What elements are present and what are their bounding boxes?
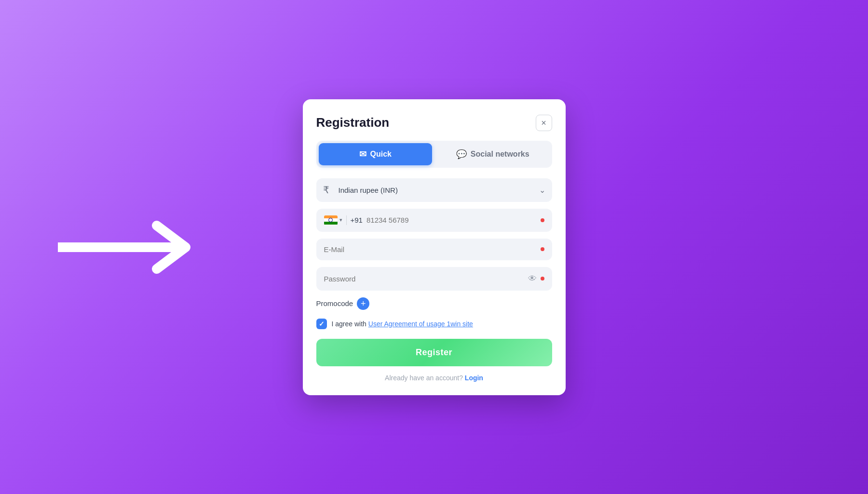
promocode-label: Promocode [316, 299, 353, 307]
phone-field-group: ▾ +91 [316, 209, 552, 232]
login-row: Already have an account? Login [316, 374, 552, 382]
password-field: 👁 [316, 267, 552, 291]
email-field [316, 239, 552, 260]
checkmark-icon: ✓ [319, 320, 325, 328]
currency-field-group: ₹ Indian rupee (INR) US Dollar (USD) Eur… [316, 178, 552, 202]
social-tab-label: Social networks [471, 150, 529, 159]
password-field-group: 👁 [316, 267, 552, 291]
email-input[interactable] [324, 245, 537, 254]
registration-tabs: ✉ Quick 💬 Social networks [316, 141, 552, 168]
registration-modal: Registration × ✉ Quick 💬 Social networks… [303, 99, 566, 395]
currency-select[interactable]: Indian rupee (INR) US Dollar (USD) Euro … [316, 178, 552, 202]
close-icon: × [541, 119, 546, 127]
password-visibility-toggle-icon[interactable]: 👁 [528, 274, 537, 284]
arrow-decoration [58, 216, 212, 279]
country-code: +91 [351, 216, 363, 224]
arrow-icon [58, 216, 212, 279]
agreement-text: I agree with User Agreement of usage 1wi… [332, 320, 473, 328]
close-button[interactable]: × [536, 115, 552, 131]
modal-title: Registration [316, 115, 390, 130]
india-flag [324, 215, 338, 225]
plus-icon: + [361, 299, 366, 308]
country-chevron-icon: ▾ [339, 217, 342, 223]
modal-header: Registration × [316, 115, 552, 131]
agreement-link[interactable]: User Agreement of usage 1win site [368, 320, 473, 328]
social-tab-icon: 💬 [456, 149, 467, 160]
quick-tab-label: Quick [370, 150, 392, 159]
login-link[interactable]: Login [465, 374, 483, 382]
quick-tab-icon: ✉ [359, 149, 366, 160]
country-selector[interactable]: ▾ [324, 215, 342, 225]
email-required-indicator [541, 247, 544, 251]
currency-select-wrapper: ₹ Indian rupee (INR) US Dollar (USD) Eur… [316, 178, 552, 202]
tab-social-networks[interactable]: 💬 Social networks [436, 143, 550, 165]
currency-icon: ₹ [323, 184, 329, 196]
login-prompt-text: Already have an account? [385, 374, 463, 382]
agreement-row: ✓ I agree with User Agreement of usage 1… [316, 319, 552, 329]
phone-field-divider [346, 215, 347, 225]
password-required-indicator [541, 277, 544, 280]
flag-mid-stripe [324, 218, 338, 222]
phone-field: ▾ +91 [316, 209, 552, 232]
email-field-group [316, 239, 552, 260]
agreement-checkbox[interactable]: ✓ [316, 319, 327, 329]
tab-quick[interactable]: ✉ Quick [319, 143, 433, 165]
agreement-prefix: I agree with [332, 320, 368, 328]
promocode-row: Promocode + [316, 297, 552, 310]
phone-required-indicator [541, 218, 544, 222]
promocode-add-button[interactable]: + [357, 297, 369, 310]
register-button[interactable]: Register [316, 339, 552, 366]
password-input[interactable] [324, 275, 524, 283]
phone-input[interactable] [366, 216, 537, 224]
